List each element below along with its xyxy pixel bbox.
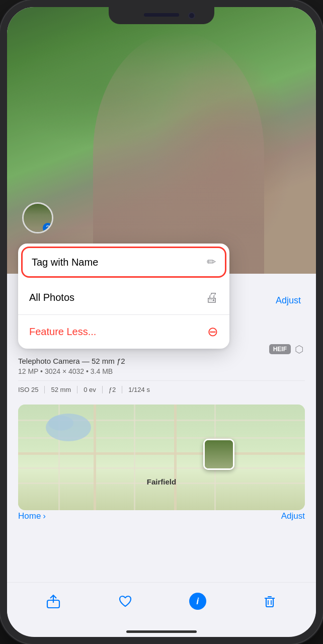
context-menu: Tag with Name ✏ All Photos 🖨 Feature Les… xyxy=(18,244,229,349)
phone-shell: Unnamed Person Tag with Name ✏ All Photo… xyxy=(0,0,323,644)
camera-model-text: Telephoto Camera — 52 mm ƒ2 xyxy=(18,357,305,365)
map-section[interactable]: Fairfield xyxy=(18,405,305,510)
heif-area: HEIF ⬡ xyxy=(269,343,303,355)
favorite-button[interactable] xyxy=(113,589,138,614)
map-adjust-link[interactable]: Adjust xyxy=(281,511,305,521)
heif-badge: HEIF xyxy=(269,344,291,354)
map-road xyxy=(174,405,177,510)
camera-info-section: Telephoto Camera — 52 mm ƒ2 12 MP • 3024… xyxy=(18,357,305,393)
feature-less-button[interactable]: Feature Less... ⊖ xyxy=(18,315,229,349)
share-button[interactable] xyxy=(41,589,66,614)
home-link[interactable]: Home › xyxy=(18,511,46,521)
map-road xyxy=(134,405,135,510)
screen: Unnamed Person Tag with Name ✏ All Photo… xyxy=(7,7,316,637)
svg-rect-1 xyxy=(266,598,273,607)
pencil-icon: ✏ xyxy=(207,256,216,269)
cube-icon: ⬡ xyxy=(295,343,303,355)
feature-less-label: Feature Less... xyxy=(29,326,96,338)
info-circle: i xyxy=(189,593,206,610)
info-button[interactable]: i xyxy=(185,589,210,614)
map-nav: Home › Adjust xyxy=(18,511,305,521)
map-pin-photo xyxy=(205,440,233,468)
param-ev: 0 ev xyxy=(77,386,103,393)
map-water xyxy=(48,416,73,431)
trash-icon xyxy=(262,594,277,609)
param-iso: ISO 25 xyxy=(18,386,45,393)
map-road xyxy=(18,467,305,469)
tag-with-name-button[interactable]: Tag with Name ✏ xyxy=(21,247,226,278)
home-link-text[interactable]: Home xyxy=(18,511,41,521)
heart-icon xyxy=(118,594,133,609)
camera-specs-text: 12 MP • 3024 × 4032 • 3.4 MB xyxy=(18,367,305,375)
param-shutter: 1/124 s xyxy=(122,386,156,393)
map-background: Fairfield xyxy=(18,405,305,510)
delete-button[interactable] xyxy=(257,589,282,614)
adjust-top-button[interactable]: Adjust xyxy=(276,295,301,306)
front-camera xyxy=(188,12,195,19)
toolbar: i xyxy=(7,582,316,630)
map-photo-pin[interactable] xyxy=(203,439,234,470)
share-icon xyxy=(46,594,61,609)
tag-with-name-label: Tag with Name xyxy=(32,257,98,268)
param-aperture: ƒ2 xyxy=(103,386,122,393)
map-city-label: Fairfield xyxy=(147,477,176,486)
camera-divider xyxy=(18,380,305,381)
map-road xyxy=(18,452,305,455)
all-photos-label: All Photos xyxy=(29,292,74,303)
camera-params: ISO 25 52 mm 0 ev ƒ2 1/124 s xyxy=(18,386,305,393)
notch xyxy=(109,7,214,24)
info-label: i xyxy=(196,596,199,607)
map-road xyxy=(94,405,96,510)
param-focal: 52 mm xyxy=(45,386,77,393)
printer-icon: 🖨 xyxy=(205,290,218,305)
home-indicator[interactable] xyxy=(126,630,197,633)
minus-person-icon: ⊖ xyxy=(207,324,218,340)
speaker xyxy=(144,13,179,17)
dim-overlay xyxy=(7,7,316,274)
all-photos-button[interactable]: All Photos 🖨 xyxy=(18,281,229,315)
chevron-icon: › xyxy=(43,511,46,521)
